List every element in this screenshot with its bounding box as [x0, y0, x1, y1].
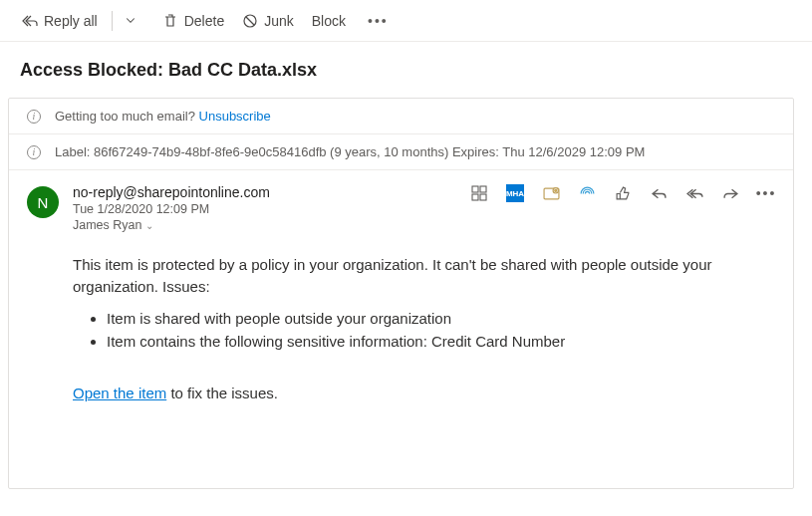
body-paragraph: This item is protected by a policy in yo… — [73, 254, 775, 298]
unsubscribe-notice: i Getting too much email? Unsubscribe — [9, 99, 793, 134]
more-actions-button[interactable]: ••• — [360, 9, 397, 33]
reply-all-label: Reply all — [44, 13, 98, 29]
message: N no-reply@sharepointonline.com Tue 1/28… — [9, 170, 793, 428]
reply-all-icon[interactable] — [685, 184, 703, 202]
issues-list: Item is shared with people outside your … — [107, 308, 775, 354]
open-item-link[interactable]: Open the item — [73, 385, 166, 401]
voice-icon[interactable] — [578, 184, 596, 202]
svg-rect-4 — [480, 194, 486, 200]
mha-label: MHA — [506, 184, 524, 202]
recipient-name: James Ryan — [73, 218, 141, 232]
toolbar-separator — [112, 11, 113, 31]
open-item-line: Open the item to fix the issues. — [73, 383, 775, 404]
recipient[interactable]: James Ryan ⌄ — [73, 218, 270, 232]
unsub-prefix: Getting too much email? — [55, 109, 199, 124]
delete-label: Delete — [184, 13, 224, 29]
unsubscribe-link[interactable]: Unsubscribe — [199, 109, 271, 124]
svg-rect-1 — [472, 186, 478, 192]
block-label: Block — [312, 13, 346, 29]
message-scroll[interactable]: i Getting too much email? Unsubscribe i … — [8, 98, 794, 508]
toolbar: Reply all Delete Junk Block ••• — [0, 0, 812, 42]
trash-icon — [162, 13, 178, 29]
info-icon: i — [27, 145, 41, 159]
message-body: This item is protected by a policy in yo… — [73, 254, 775, 404]
apps-icon[interactable] — [470, 184, 488, 202]
reply-all-button[interactable]: Reply all — [14, 9, 106, 33]
mha-badge[interactable]: MHA — [506, 184, 524, 202]
junk-button[interactable]: Junk — [234, 9, 302, 33]
chevron-down-icon — [125, 13, 140, 29]
block-button[interactable]: Block — [304, 9, 354, 33]
message-card: i Getting too much email? Unsubscribe i … — [8, 98, 794, 489]
reply-icon[interactable] — [650, 184, 668, 202]
chevron-down-icon: ⌄ — [145, 220, 153, 231]
sent-date: Tue 1/28/2020 12:09 PM — [73, 202, 270, 216]
svg-rect-3 — [472, 194, 478, 200]
unsubscribe-text: Getting too much email? Unsubscribe — [55, 109, 271, 124]
junk-label: Junk — [264, 13, 294, 29]
reply-all-dropdown[interactable] — [119, 9, 146, 33]
message-header: no-reply@sharepointonline.com Tue 1/28/2… — [73, 184, 775, 232]
more-icon[interactable]: ••• — [757, 184, 775, 202]
avatar: N — [27, 186, 59, 218]
like-icon[interactable] — [614, 184, 632, 202]
issue-item: Item contains the following sensitive in… — [107, 331, 775, 353]
from-address: no-reply@sharepointonline.com — [73, 184, 270, 200]
open-item-suffix: to fix the issues. — [166, 385, 278, 401]
issue-item: Item is shared with people outside your … — [107, 308, 775, 330]
svg-point-7 — [554, 189, 556, 191]
reply-all-icon — [22, 13, 38, 29]
svg-rect-2 — [480, 186, 486, 192]
forward-icon[interactable] — [721, 184, 739, 202]
message-actions: MHA — [470, 184, 775, 202]
info-icon: i — [27, 110, 41, 124]
delete-button[interactable]: Delete — [154, 9, 232, 33]
subject: Access Blocked: Bad CC Data.xlsx — [0, 42, 812, 95]
light-mode-icon[interactable] — [542, 184, 560, 202]
junk-icon — [242, 13, 258, 29]
ellipsis-icon: ••• — [368, 13, 389, 29]
retention-label-text: Label: 86f67249-74b9-48bf-8fe6-9e0c58416… — [55, 144, 645, 159]
retention-label-notice: i Label: 86f67249-74b9-48bf-8fe6-9e0c584… — [9, 134, 793, 170]
